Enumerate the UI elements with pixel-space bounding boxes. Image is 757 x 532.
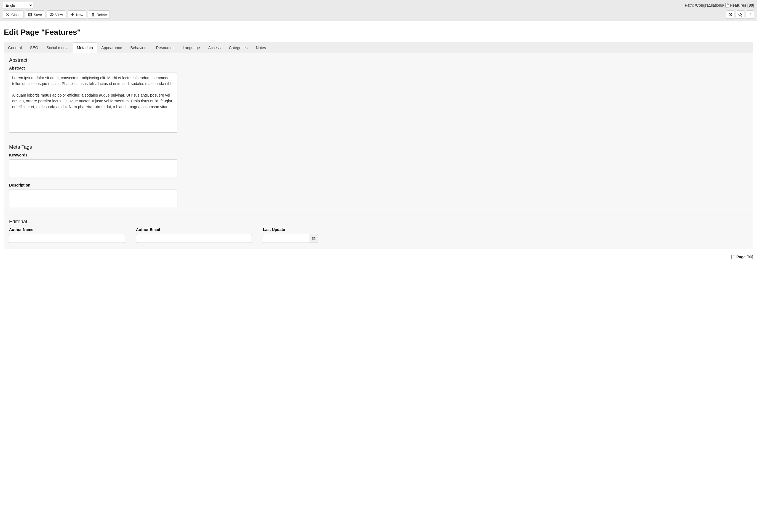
last-update-label: Last Update	[263, 227, 379, 232]
author-name-input[interactable]	[9, 234, 125, 243]
toolbar-left: Close Save View New Delete	[3, 11, 110, 19]
favorite-button[interactable]	[736, 11, 744, 19]
plus-icon	[71, 13, 75, 16]
author-email-input[interactable]	[136, 234, 252, 243]
topbar-row-2: Close Save View New Delete	[3, 11, 754, 19]
view-button-label: View	[55, 13, 63, 17]
footer-type: Page	[736, 255, 745, 259]
save-icon	[28, 13, 32, 16]
tab-appearance[interactable]: Appearance	[97, 43, 126, 53]
keywords-label: Keywords	[9, 153, 748, 157]
tab-metadata[interactable]: Metadata	[73, 43, 97, 53]
author-name-label: Author Name	[9, 227, 125, 232]
close-button[interactable]: Close	[3, 11, 23, 19]
svg-rect-2	[312, 237, 315, 240]
tab-general[interactable]: General	[4, 43, 26, 53]
topbar: English Path: /Congratulations/ Features…	[0, 0, 757, 21]
meta-tags-section-title: Meta Tags	[9, 144, 748, 150]
tab-language[interactable]: Language	[178, 43, 204, 53]
tab-behaviour[interactable]: Behaviour	[126, 43, 152, 53]
page-icon	[731, 255, 735, 259]
description-textarea[interactable]	[9, 190, 177, 207]
footer-status: Page [80]	[0, 253, 757, 262]
path-current-id: [80]	[747, 3, 754, 8]
tab-panel: Abstract Abstract Meta Tags Keywords Des…	[4, 53, 753, 249]
language-select[interactable]: English	[3, 2, 33, 9]
footer-id: [80]	[747, 255, 753, 259]
keywords-field: Keywords	[9, 153, 748, 178]
editorial-section-title: Editorial	[9, 219, 748, 225]
tab-bar: General SEO Social media Metadata Appear…	[4, 42, 753, 53]
description-label: Description	[9, 183, 748, 187]
view-button[interactable]: View	[46, 11, 66, 19]
path-prefix: Path:	[685, 3, 694, 8]
last-update-input-group	[263, 234, 318, 243]
delete-button[interactable]: Delete	[88, 11, 110, 19]
new-button-label: New	[76, 13, 83, 17]
date-picker-button[interactable]	[309, 234, 318, 243]
svg-point-1	[51, 14, 52, 15]
tab-resources[interactable]: Resources	[152, 43, 178, 53]
eye-icon	[50, 13, 53, 16]
path-crumb[interactable]: /Congratulations/	[695, 3, 724, 8]
author-email-label: Author Email	[136, 227, 252, 232]
last-update-field: Last Update	[263, 227, 379, 243]
author-name-field: Author Name	[9, 227, 125, 243]
abstract-label: Abstract	[9, 66, 748, 70]
abstract-textarea[interactable]	[9, 73, 177, 133]
new-button[interactable]: New	[68, 11, 86, 19]
content-area: Edit Page "Features" General SEO Social …	[0, 21, 757, 253]
toolbar-right: ?	[726, 11, 754, 19]
delete-button-label: Delete	[97, 13, 107, 17]
editorial-section: Editorial Author Name Author Email Last …	[4, 214, 753, 249]
trash-icon	[91, 13, 95, 16]
save-button-label: Save	[34, 13, 42, 17]
description-field: Description	[9, 183, 748, 208]
keywords-textarea[interactable]	[9, 160, 177, 177]
help-button[interactable]: ?	[746, 11, 754, 19]
page-icon	[725, 3, 729, 8]
star-icon	[738, 13, 742, 16]
svg-rect-0	[29, 13, 32, 16]
editorial-row: Author Name Author Email Last Update	[9, 227, 748, 243]
help-button-label: ?	[749, 13, 751, 17]
external-link-icon	[728, 13, 732, 16]
save-button[interactable]: Save	[25, 11, 45, 19]
close-button-label: Close	[11, 13, 20, 17]
external-link-button[interactable]	[726, 11, 734, 19]
tab-categories[interactable]: Categories	[225, 43, 252, 53]
calendar-icon	[312, 236, 316, 240]
close-icon	[6, 13, 10, 16]
abstract-section: Abstract Abstract	[4, 53, 753, 140]
meta-tags-section: Meta Tags Keywords Description	[4, 140, 753, 214]
tab-notes[interactable]: Notes	[252, 43, 270, 53]
path-current-name: Features	[730, 3, 746, 8]
author-email-field: Author Email	[136, 227, 252, 243]
breadcrumb: Path: /Congratulations/ Features [80]	[685, 3, 754, 8]
topbar-row-1: English Path: /Congratulations/ Features…	[3, 2, 754, 9]
last-update-input[interactable]	[263, 234, 309, 243]
tab-seo[interactable]: SEO	[26, 43, 43, 53]
tab-access[interactable]: Access	[204, 43, 225, 53]
page-title: Edit Page "Features"	[4, 28, 753, 37]
abstract-section-title: Abstract	[9, 57, 748, 63]
tab-social[interactable]: Social media	[42, 43, 73, 53]
